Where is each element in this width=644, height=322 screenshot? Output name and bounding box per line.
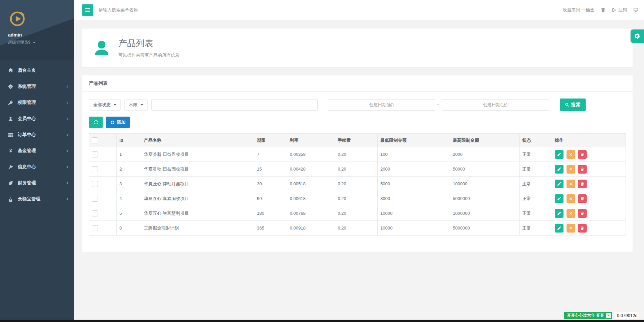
date-start-input[interactable] xyxy=(328,99,435,111)
table-row: 3 华夏匠心·律动月鑫项目 30 0.00518 0.20 5000 10000… xyxy=(89,177,626,191)
cell-product-name: 华夏荟新·日益盈收项目 xyxy=(141,147,254,162)
role-dropdown[interactable]: 超级管理员9 xyxy=(8,40,74,45)
disable-button[interactable]: × xyxy=(567,194,575,203)
cell-select xyxy=(89,177,117,191)
cell-min-amount: 10000 xyxy=(378,221,450,236)
row-checkbox[interactable] xyxy=(92,225,98,231)
display-button[interactable] xyxy=(633,7,638,12)
date-end-input[interactable] xyxy=(442,99,549,111)
row-checkbox[interactable] xyxy=(92,196,98,202)
cell-max-amount: 5000000 xyxy=(450,191,520,206)
pencil-icon xyxy=(557,167,561,171)
disable-button[interactable]: × xyxy=(567,209,575,218)
trash-icon xyxy=(580,182,584,186)
cell-select xyxy=(89,191,117,206)
keyword-input[interactable] xyxy=(151,99,318,111)
cell-max-amount: 5000000 xyxy=(450,221,520,236)
avatar xyxy=(92,39,111,57)
disable-button[interactable]: × xyxy=(567,224,575,233)
chevron-left-icon: ‹ xyxy=(66,84,68,89)
range-dropdown-label: 不限 xyxy=(129,102,138,108)
caret-down-icon xyxy=(141,104,143,106)
delete-button[interactable] xyxy=(578,224,587,233)
chevron-left-icon: ‹ xyxy=(66,100,68,105)
sidebar-item-home[interactable]: 后台主页 xyxy=(0,62,74,78)
cell-rate: 0.00358 xyxy=(287,147,335,162)
sidebar-item-finance[interactable]: 财务管理 ‹ xyxy=(0,175,74,191)
cell-select xyxy=(89,162,117,177)
gear-icon xyxy=(634,33,640,39)
edit-button[interactable] xyxy=(555,165,564,174)
table-row: 5 华夏匠心·智富慧利项目 180 0.00768 0.20 10000 100… xyxy=(89,206,626,221)
pencil-icon xyxy=(557,211,561,215)
product-table: id 产品名称 期限 利率 手续费 最低限制金额 最高限制金额 状态 操作 1 … xyxy=(89,133,626,236)
edit-button[interactable] xyxy=(555,180,564,188)
edit-button[interactable] xyxy=(555,150,564,159)
username: admin xyxy=(8,32,74,38)
delete-button[interactable] xyxy=(578,194,587,203)
col-actions: 操作 xyxy=(552,134,626,147)
sidebar-item-label: 会员中心 xyxy=(18,116,36,122)
edit-button[interactable] xyxy=(555,209,564,218)
row-checkbox[interactable] xyxy=(92,210,98,216)
col-status: 状态 xyxy=(520,134,552,147)
cell-min-amount: 10000 xyxy=(378,206,450,221)
cell-actions: × xyxy=(552,206,626,221)
sidebar-item-member[interactable]: 会员中心 ‹ xyxy=(0,111,74,127)
cell-product-name: 华夏匠心·智富慧利项目 xyxy=(141,206,254,221)
hamburger-button[interactable] xyxy=(82,4,93,16)
sidebar-item-yuebao[interactable]: 余额宝管理 ‹ xyxy=(0,191,74,207)
row-checkbox[interactable] xyxy=(92,151,98,157)
add-button[interactable]: 添加 xyxy=(106,117,130,128)
add-button-label: 添加 xyxy=(117,119,125,125)
chevron-left-icon: ‹ xyxy=(66,148,68,153)
cell-id: 8 xyxy=(117,221,141,236)
trash-button[interactable] xyxy=(601,8,605,12)
delete-button[interactable] xyxy=(578,150,587,159)
promo-close-button[interactable]: × xyxy=(606,313,611,318)
menu-search-input[interactable] xyxy=(99,7,206,12)
header-checkbox[interactable] xyxy=(92,137,98,143)
sidebar-item-permission[interactable]: 权限管理 ‹ xyxy=(0,94,74,111)
pencil-icon xyxy=(557,182,561,186)
disable-button[interactable]: × xyxy=(567,150,575,159)
main-content: 产品列表 可以操作余额宝产品的所有信息 产品列表 全部状态 不限 ~ xyxy=(74,20,644,322)
cell-select xyxy=(89,206,117,221)
gold-emblem-icon xyxy=(8,9,28,28)
disable-button[interactable]: × xyxy=(567,165,575,174)
refresh-icon xyxy=(94,120,98,125)
status-dropdown[interactable]: 全部状态 xyxy=(89,99,121,111)
cell-select xyxy=(89,221,117,236)
cell-status: 正常 xyxy=(520,177,552,191)
col-min-amount: 最低限制金额 xyxy=(378,134,450,147)
settings-fab[interactable] xyxy=(631,29,644,43)
disable-button[interactable]: × xyxy=(567,180,575,188)
edit-button[interactable] xyxy=(555,224,564,233)
sidebar-item-label: 后台主页 xyxy=(18,67,36,73)
sidebar-item-fund[interactable]: ¥ 基金管理 ‹ xyxy=(0,143,74,159)
home-icon xyxy=(8,68,13,73)
col-select xyxy=(89,134,117,147)
logout-button[interactable]: 注销 xyxy=(612,7,627,13)
welcome-text: 欢迎来到 一桶金 xyxy=(562,7,594,13)
row-checkbox[interactable] xyxy=(92,166,98,172)
delete-button[interactable] xyxy=(578,180,587,188)
sidebar-item-order[interactable]: 订单中心 ‹ xyxy=(0,127,74,143)
cell-min-amount: 8000 xyxy=(378,191,450,206)
sidebar-item-system[interactable]: 系统管理 ‹ xyxy=(0,78,74,94)
search-icon xyxy=(565,103,569,107)
sidebar-item-info[interactable]: 信息中心 ‹ xyxy=(0,159,74,175)
search-button[interactable]: 搜索 xyxy=(560,99,586,111)
table-row: 2 华夏灵动·日益固收项目 15 0.00428 0.20 2000 50000… xyxy=(89,162,626,177)
refresh-button[interactable] xyxy=(89,117,103,128)
cell-fee: 0.20 xyxy=(335,206,378,221)
cell-actions: × xyxy=(552,177,626,191)
edit-button[interactable] xyxy=(555,194,564,203)
cell-term: 15 xyxy=(254,162,287,177)
delete-button[interactable] xyxy=(578,165,587,174)
row-checkbox[interactable] xyxy=(92,181,98,187)
range-dropdown[interactable]: 不限 xyxy=(124,99,148,111)
delete-button[interactable] xyxy=(578,209,587,218)
search-button-label: 搜索 xyxy=(571,102,581,108)
caret-down-icon xyxy=(33,42,36,43)
